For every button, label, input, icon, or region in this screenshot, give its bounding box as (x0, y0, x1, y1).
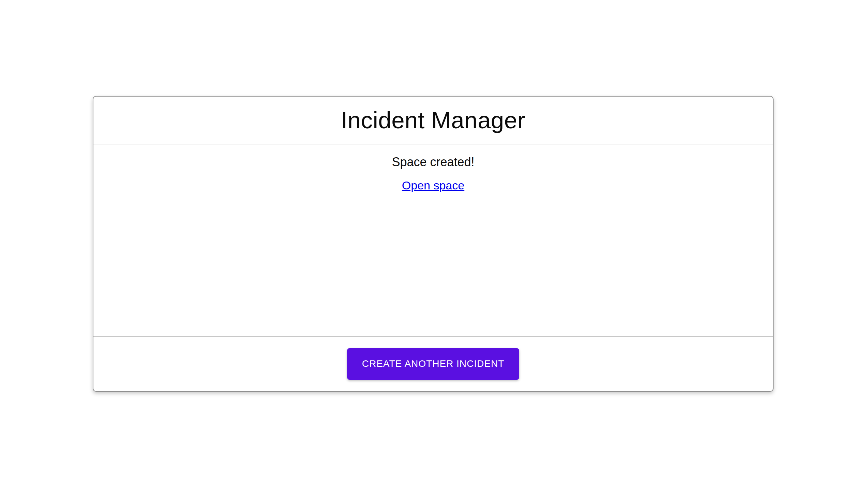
open-space-link[interactable]: Open space (402, 178, 464, 192)
page-title: Incident Manager (341, 107, 525, 134)
status-message: Space created! (93, 155, 773, 170)
create-another-incident-button[interactable]: CREATE ANOTHER INCIDENT (347, 348, 519, 380)
card-footer: CREATE ANOTHER INCIDENT (93, 336, 773, 391)
incident-manager-card: Incident Manager Space created! Open spa… (93, 96, 774, 392)
card-header: Incident Manager (93, 97, 773, 144)
card-content: Space created! Open space (93, 144, 773, 336)
